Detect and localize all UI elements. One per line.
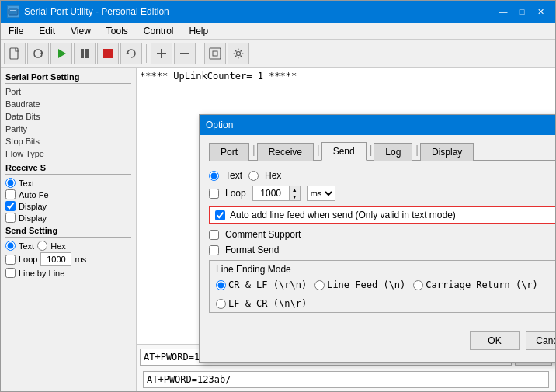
- cr-lf-radio[interactable]: [216, 280, 226, 290]
- ms-select[interactable]: ms: [307, 186, 335, 201]
- menu-file[interactable]: File: [4, 24, 28, 38]
- svg-rect-7: [85, 49, 89, 58]
- spinner-up-button[interactable]: ▲: [290, 186, 300, 193]
- toolbar-new[interactable]: [4, 43, 26, 64]
- toolbar-pause[interactable]: [74, 43, 96, 64]
- line-by-line-checkbox[interactable]: [5, 268, 16, 278]
- right-panel: ***** UpLinkCounter= 1 ***** AT+PWORD=12…: [137, 68, 555, 391]
- title-bar-controls: — □ ✕: [495, 4, 549, 19]
- tab-receive[interactable]: Receive: [257, 143, 314, 161]
- comment-support-label: Comment Support: [225, 229, 301, 240]
- cr-lf-option: CR & LF (\r\n): [216, 279, 307, 290]
- svg-rect-3: [10, 48, 18, 59]
- send-text-radio[interactable]: [5, 241, 16, 251]
- dlg-text-radio[interactable]: [209, 171, 219, 181]
- comment-support-checkbox[interactable]: [209, 230, 219, 240]
- baudrate-label: Baudrate: [5, 99, 60, 109]
- menu-edit[interactable]: Edit: [34, 24, 60, 38]
- lf-cr-radio[interactable]: [216, 299, 226, 309]
- send-hex-radio[interactable]: [37, 241, 47, 251]
- app-icon: [7, 5, 19, 18]
- line-ending-title: Line Ending Mode: [216, 264, 555, 275]
- close-button[interactable]: ✕: [532, 4, 549, 19]
- display-label2: Display: [19, 213, 47, 223]
- minimize-button[interactable]: —: [495, 4, 512, 19]
- toolbar: [1, 40, 555, 68]
- lf-cr-option: LF & CR (\n\r): [216, 298, 307, 309]
- toolbar-stop[interactable]: [97, 43, 119, 64]
- toolbar-loop[interactable]: [27, 43, 49, 64]
- send-hex-label: Hex: [50, 241, 66, 251]
- spinner-down-button[interactable]: ▼: [290, 193, 300, 200]
- title-bar: Serial Port Utility - Personal Edition —…: [1, 1, 555, 23]
- app-title: Serial Port Utility - Personal Edition: [24, 6, 169, 17]
- svg-rect-6: [81, 49, 84, 58]
- auto-fe-row: Auto Fe: [5, 189, 131, 199]
- send-setting-title: Send Setting: [5, 226, 131, 238]
- dlg-loop-value[interactable]: 1000: [252, 186, 290, 201]
- tab-log[interactable]: Log: [374, 143, 412, 161]
- svg-rect-8: [103, 49, 113, 58]
- toolbar-add[interactable]: [151, 43, 172, 64]
- dlg-hex-label: Hex: [265, 170, 281, 181]
- line-ending-section: Line Ending Mode CR & LF (\r\n) Line Fee…: [209, 260, 555, 313]
- send-text-label: Text: [19, 241, 34, 251]
- flowtype-row: Flow Type: [5, 149, 131, 158]
- stopbits-row: Stop Bits: [5, 137, 131, 146]
- display-checkbox2[interactable]: [5, 213, 16, 223]
- display-checkbox1[interactable]: [5, 201, 16, 211]
- format-send-checkbox[interactable]: [209, 245, 219, 255]
- toolbar-window[interactable]: [204, 43, 226, 64]
- databits-label: Data Bits: [5, 112, 60, 121]
- parity-label: Parity: [5, 124, 60, 134]
- toolbar-dash[interactable]: [174, 43, 196, 64]
- menu-tools[interactable]: Tools: [102, 24, 133, 38]
- toolbar-settings[interactable]: [228, 43, 249, 64]
- tab-display[interactable]: Display: [420, 143, 474, 161]
- flowtype-label: Flow Type: [5, 149, 60, 158]
- loop-row: Loop 1000 ms: [5, 252, 131, 266]
- svg-rect-2: [10, 12, 15, 12]
- auto-fe-checkbox[interactable]: [5, 189, 16, 199]
- maximize-button[interactable]: □: [513, 4, 530, 19]
- tab-sep-3: |: [368, 144, 374, 156]
- format-send-row: Format Send: [209, 245, 555, 255]
- svg-rect-13: [210, 48, 221, 59]
- dlg-loop-checkbox[interactable]: [209, 189, 219, 199]
- receive-text-radio[interactable]: [5, 178, 16, 188]
- loop-spinner-container: 1000 ▲ ▼: [252, 186, 301, 201]
- loop-input[interactable]: 1000: [40, 252, 71, 266]
- ok-button[interactable]: OK: [470, 331, 520, 350]
- cancel-button[interactable]: Cancel: [526, 331, 555, 350]
- dlg-text-label: Text: [225, 170, 242, 181]
- line-feed-label: Line Feed (\n): [327, 279, 405, 290]
- dialog-titlebar: Option ? ✕: [200, 115, 555, 135]
- svg-marker-5: [58, 49, 66, 58]
- dialog-content: Port | Receive | Send | Log | Display: [200, 135, 555, 322]
- menu-control[interactable]: Control: [139, 24, 179, 38]
- tab-send[interactable]: Send: [321, 142, 367, 161]
- dlg-hex-radio[interactable]: [248, 171, 259, 181]
- loop-spinner: ▲ ▼: [290, 186, 301, 201]
- baudrate-row: Baudrate: [5, 99, 131, 109]
- receive-text-label: Text: [19, 179, 34, 188]
- line-feed-option: Line Feed (\n): [314, 279, 405, 290]
- send-input-2[interactable]: AT+PWORD=123ab/: [143, 371, 549, 388]
- tab-sep-2: |: [315, 144, 321, 156]
- svg-marker-4: [40, 51, 43, 54]
- loop-option-row: Loop 1000 ▲ ▼ ms: [209, 186, 555, 201]
- toolbar-play[interactable]: [50, 43, 72, 64]
- auto-add-checkbox[interactable]: [215, 210, 225, 220]
- text-hex-row: Text Hex: [209, 170, 555, 181]
- carriage-return-radio[interactable]: [413, 280, 423, 290]
- toolbar-refresh[interactable]: [120, 43, 142, 64]
- tab-sep-1: |: [251, 144, 257, 156]
- ms-label: ms: [75, 255, 86, 264]
- dialog-title: Option: [206, 120, 233, 130]
- menu-help[interactable]: Help: [185, 24, 214, 38]
- line-feed-radio[interactable]: [314, 280, 325, 290]
- loop-checkbox[interactable]: [5, 255, 16, 265]
- menu-view[interactable]: View: [66, 24, 96, 38]
- tab-port[interactable]: Port: [209, 143, 249, 161]
- cr-lf-label: CR & LF (\r\n): [228, 279, 307, 290]
